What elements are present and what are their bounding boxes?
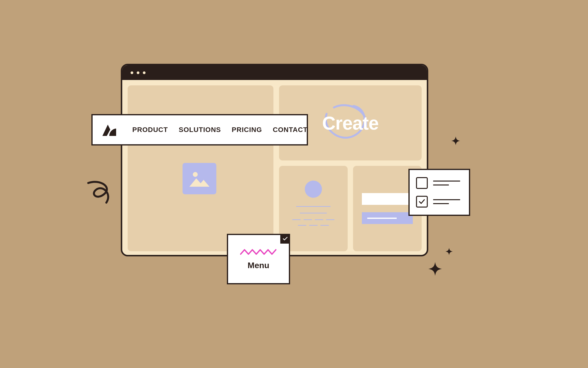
browser-window: Create [121,64,428,256]
sparkle-icon [451,136,460,145]
traffic-light-icon[interactable] [143,71,146,74]
avatar-icon [305,181,322,198]
canvas-grid: Create [122,80,427,255]
traffic-light-icon[interactable] [137,71,139,74]
window-titlebar [122,65,427,80]
sparkle-icon [428,262,442,276]
menu-card-label: Menu [248,261,270,270]
checkmark-badge-icon [280,234,290,244]
placeholder-lines [433,181,463,185]
placeholder-line [300,213,327,213]
hero-word: Create [322,112,379,134]
panel-left [128,85,273,251]
zigzag-icon [240,248,277,256]
placeholder-dashes [298,225,329,226]
traffic-light-icon[interactable] [131,71,133,74]
nav-link-solutions[interactable]: SOLUTIONS [179,126,221,134]
nav-link-contact[interactable]: CONTACT [273,126,307,134]
checklist-card [408,169,470,216]
top-nav: PRODUCT SOLUTIONS PRICING CONTACT [91,114,308,145]
placeholder-line [296,206,331,207]
placeholder-dashes [292,219,334,220]
image-placeholder-icon [183,163,216,194]
text-field[interactable] [362,193,413,205]
brand-logo-icon[interactable] [102,122,117,137]
cta-button[interactable] [362,212,413,224]
checkbox-checked-icon[interactable] [416,196,428,208]
list-item[interactable] [416,177,463,189]
checkbox-unchecked-icon[interactable] [416,177,428,189]
svg-point-0 [193,172,198,177]
placeholder-lines [433,199,463,204]
list-item[interactable] [416,196,463,208]
sparkle-icon [445,248,453,255]
nav-link-product[interactable]: PRODUCT [132,126,168,134]
menu-card[interactable]: Menu [227,234,290,284]
nav-link-pricing[interactable]: PRICING [232,126,262,134]
squiggle-doodle-icon [86,180,115,207]
